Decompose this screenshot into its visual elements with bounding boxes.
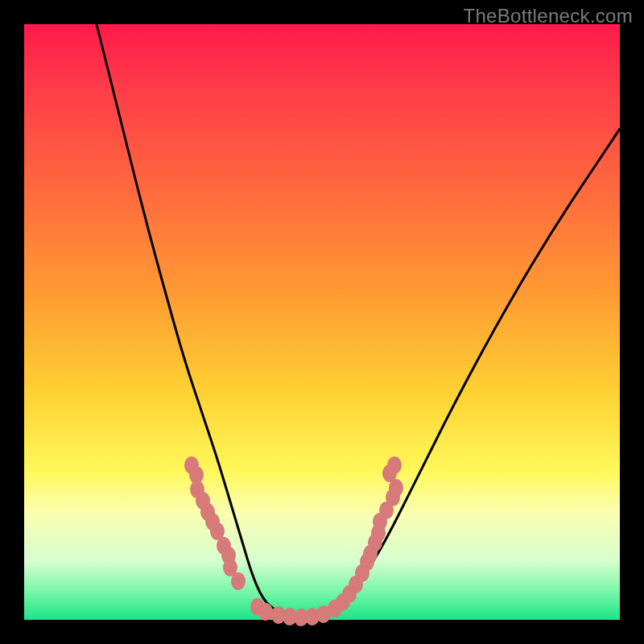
outer-frame: TheBottleneck.com — [0, 0, 644, 644]
bottleneck-curve — [97, 24, 620, 616]
marker-dot — [231, 572, 246, 590]
marker-dot — [387, 456, 402, 474]
highlight-markers — [184, 456, 403, 626]
plot-area — [24, 24, 620, 620]
chart-svg — [24, 24, 620, 620]
marker-dot — [258, 603, 273, 621]
